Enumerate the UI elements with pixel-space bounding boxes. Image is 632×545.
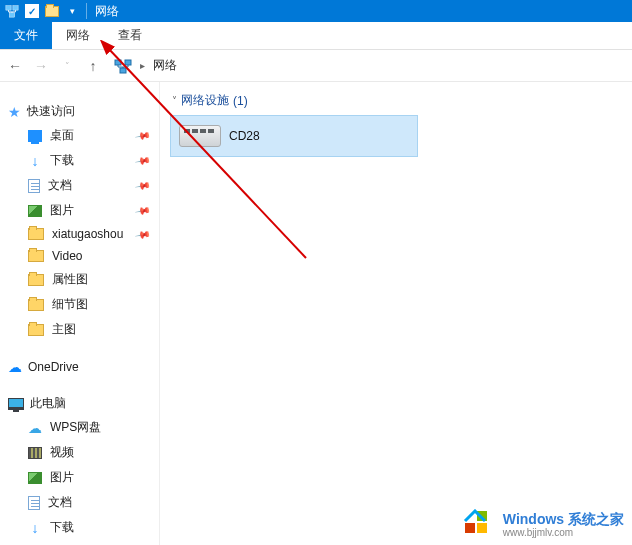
svg-rect-4 <box>125 60 131 65</box>
titlebar-dropdown-icon[interactable]: ▾ <box>64 3 80 19</box>
sidebar-item-label: 文档 <box>48 494 72 511</box>
document-icon <box>28 179 40 193</box>
titlebar-check-icon[interactable]: ✓ <box>24 3 40 19</box>
sidebar-item-label: 主图 <box>52 321 76 338</box>
group-count: (1) <box>233 94 248 108</box>
sidebar-item-pictures-pc[interactable]: 图片 <box>0 465 159 490</box>
sidebar-item-label: WPS网盘 <box>50 419 101 436</box>
cloud-icon: ☁ <box>8 359 22 375</box>
svg-rect-8 <box>477 523 487 533</box>
sidebar-quick-access[interactable]: ★ 快速访问 <box>0 100 159 123</box>
sidebar-item-folder[interactable]: 属性图 <box>0 267 159 292</box>
this-pc-label: 此电脑 <box>30 395 66 412</box>
folder-icon <box>28 250 44 262</box>
download-icon: ↓ <box>28 521 42 535</box>
pin-icon: 📌 <box>135 153 151 169</box>
sidebar-item-label: 属性图 <box>52 271 88 288</box>
sidebar-item-downloads-pc[interactable]: ↓ 下载 <box>0 515 159 540</box>
sidebar-this-pc[interactable]: 此电脑 <box>0 392 159 415</box>
sidebar-item-downloads[interactable]: ↓ 下载 📌 <box>0 148 159 173</box>
sidebar-item-label: 下载 <box>50 519 74 536</box>
sidebar-item-documents-pc[interactable]: 文档 <box>0 490 159 515</box>
sidebar-item-folder[interactable]: 主图 <box>0 317 159 342</box>
sidebar-item-videos[interactable]: 视频 <box>0 440 159 465</box>
sidebar-item-label: 视频 <box>50 444 74 461</box>
folder-icon <box>28 324 44 336</box>
router-icon <box>179 125 221 147</box>
sidebar-item-desktop[interactable]: 桌面 📌 <box>0 123 159 148</box>
svg-rect-0 <box>6 6 11 10</box>
this-pc-icon <box>8 398 24 410</box>
video-icon <box>28 447 42 459</box>
watermark: Windows 系统之家 www.bjjmlv.com <box>463 509 624 539</box>
nav-forward-button[interactable]: → <box>30 55 52 77</box>
sidebar-item-folder[interactable]: Video <box>0 245 159 267</box>
onedrive-label: OneDrive <box>28 360 79 374</box>
sidebar-item-folder[interactable]: 细节图 <box>0 292 159 317</box>
quick-access-label: 快速访问 <box>27 103 75 120</box>
group-header-network-infra[interactable]: ˅ 网络设施 (1) <box>170 90 622 115</box>
address-chevron-icon[interactable]: ▸ <box>138 60 147 71</box>
folder-icon <box>28 228 44 240</box>
sidebar-item-label: xiatugaoshou <box>52 227 123 241</box>
titlebar-folder-icon[interactable] <box>44 3 60 19</box>
picture-icon <box>28 472 42 484</box>
sidebar-item-label: 细节图 <box>52 296 88 313</box>
device-name: CD28 <box>229 129 260 143</box>
sidebar-item-music[interactable]: ♪ 音乐 <box>0 540 159 545</box>
nav-up-button[interactable]: ↑ <box>82 55 104 77</box>
pin-icon: 📌 <box>135 128 151 144</box>
window-title: 网络 <box>91 3 119 20</box>
pin-icon: 📌 <box>135 203 151 219</box>
sidebar-item-label: 文档 <box>48 177 72 194</box>
chevron-down-icon: ˅ <box>172 95 177 106</box>
nav-recent-dropdown[interactable]: ˅ <box>56 55 78 77</box>
tab-view[interactable]: 查看 <box>104 22 156 49</box>
address-bar[interactable]: ▸ 网络 <box>108 57 628 75</box>
document-icon <box>28 496 40 510</box>
svg-rect-5 <box>120 68 126 73</box>
pin-icon: 📌 <box>135 226 151 242</box>
svg-rect-1 <box>13 6 18 10</box>
sidebar-item-wps[interactable]: ☁ WPS网盘 <box>0 415 159 440</box>
nav-back-button[interactable]: ← <box>4 55 26 77</box>
window-titlebar: ✓ ▾ 网络 <box>0 0 632 22</box>
svg-rect-2 <box>9 13 14 17</box>
cloud-icon: ☁ <box>28 420 42 436</box>
titlebar-separator <box>86 3 87 19</box>
sidebar-item-label: 下载 <box>50 152 74 169</box>
download-icon: ↓ <box>28 154 42 168</box>
star-icon: ★ <box>8 104 21 120</box>
ribbon-tabs: 文件 网络 查看 <box>0 22 632 50</box>
sidebar-item-label: 图片 <box>50 469 74 486</box>
navigation-pane: ★ 快速访问 桌面 📌 ↓ 下载 📌 文档 📌 图片 📌 xiatugaosho… <box>0 82 160 545</box>
network-app-icon <box>4 3 20 19</box>
picture-icon <box>28 205 42 217</box>
svg-rect-7 <box>465 523 475 533</box>
network-device-tile[interactable]: CD28 <box>170 115 418 157</box>
sidebar-item-folder[interactable]: xiatugaoshou 📌 <box>0 223 159 245</box>
group-label: 网络设施 <box>181 92 229 109</box>
folder-icon <box>28 299 44 311</box>
desktop-icon <box>28 130 42 142</box>
sidebar-onedrive[interactable]: ☁ OneDrive <box>0 356 159 378</box>
pin-icon: 📌 <box>135 178 151 194</box>
tab-file[interactable]: 文件 <box>0 22 52 49</box>
svg-rect-3 <box>115 60 121 65</box>
watermark-line1: Windows 系统之家 <box>503 511 624 527</box>
sidebar-item-label: 图片 <box>50 202 74 219</box>
address-network-icon <box>114 57 132 75</box>
address-text: 网络 <box>153 57 177 74</box>
folder-icon <box>28 274 44 286</box>
tab-network[interactable]: 网络 <box>52 22 104 49</box>
watermark-logo-icon <box>463 509 497 539</box>
content-pane: ˅ 网络设施 (1) CD28 <box>160 82 632 545</box>
navigation-bar: ← → ˅ ↑ ▸ 网络 <box>0 50 632 82</box>
sidebar-item-pictures[interactable]: 图片 📌 <box>0 198 159 223</box>
sidebar-item-documents[interactable]: 文档 📌 <box>0 173 159 198</box>
watermark-line2: www.bjjmlv.com <box>503 527 624 538</box>
sidebar-item-label: Video <box>52 249 82 263</box>
sidebar-item-label: 桌面 <box>50 127 74 144</box>
